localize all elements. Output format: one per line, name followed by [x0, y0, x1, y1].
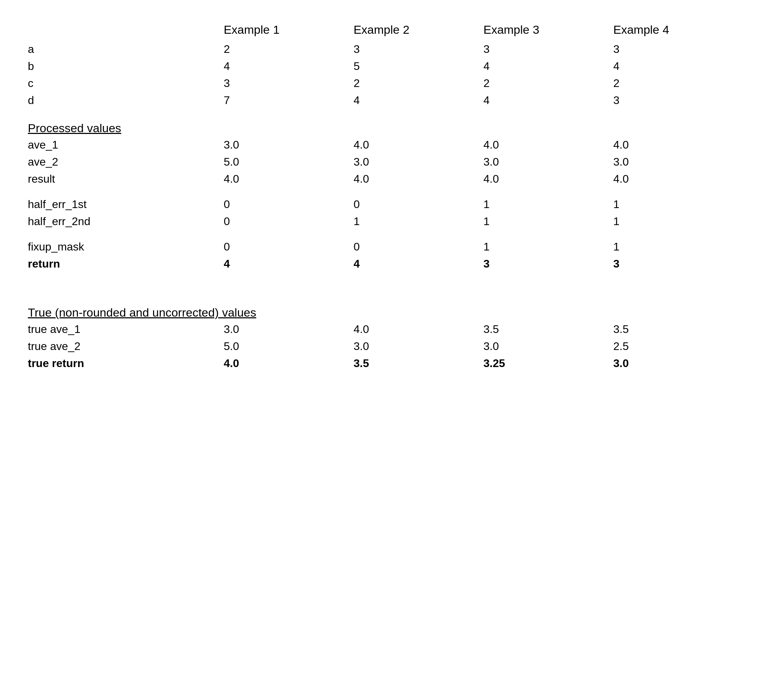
- table-row: fixup_mask 0 0 1 1: [28, 238, 736, 255]
- row-a-e4: 3: [606, 41, 736, 58]
- table-row: ave_1 3.0 4.0 4.0 4.0: [28, 136, 736, 153]
- header-empty: [28, 21, 217, 41]
- row-ave1-e2: 4.0: [346, 136, 476, 153]
- processed-section-header-row: Processed values: [28, 109, 736, 136]
- row-b-e4: 4: [606, 58, 736, 75]
- row-label-return: return: [28, 255, 217, 272]
- table-row: true ave_1 3.0 4.0 3.5 3.5: [28, 321, 736, 338]
- row-true-return-e4: 3.0: [606, 355, 736, 372]
- row-result-e1: 4.0: [217, 171, 346, 188]
- header-example2: Example 2: [346, 21, 476, 41]
- row-true-ave2-e4: 2.5: [606, 338, 736, 355]
- row-c-e2: 2: [346, 75, 476, 92]
- row-ave1-e3: 4.0: [476, 136, 606, 153]
- row-c-e1: 3: [217, 75, 346, 92]
- row-half-err-1st-e2: 0: [346, 196, 476, 213]
- row-half-err-2nd-e3: 1: [476, 213, 606, 230]
- row-label-true-return: true return: [28, 355, 217, 372]
- row-true-ave1-e1: 3.0: [217, 321, 346, 338]
- row-b-e1: 4: [217, 58, 346, 75]
- spacer-row-large: [28, 272, 736, 293]
- row-d-e3: 4: [476, 92, 606, 109]
- row-true-ave2-e1: 5.0: [217, 338, 346, 355]
- table-row: a 2 3 3 3: [28, 41, 736, 58]
- row-true-ave2-e2: 3.0: [346, 338, 476, 355]
- row-d-e1: 7: [217, 92, 346, 109]
- header-example3: Example 3: [476, 21, 606, 41]
- true-section-header-cell: True (non-rounded and uncorrected) value…: [28, 293, 736, 321]
- row-label-half-err-2nd: half_err_2nd: [28, 213, 217, 230]
- data-table: Example 1 Example 2 Example 3 Example 4 …: [28, 21, 736, 372]
- header-example1: Example 1: [217, 21, 346, 41]
- row-result-e2: 4.0: [346, 171, 476, 188]
- row-c-e4: 2: [606, 75, 736, 92]
- main-container: Example 1 Example 2 Example 3 Example 4 …: [28, 21, 736, 372]
- row-result-e4: 4.0: [606, 171, 736, 188]
- row-ave1-e4: 4.0: [606, 136, 736, 153]
- row-ave1-e1: 3.0: [217, 136, 346, 153]
- row-fixup-mask-e1: 0: [217, 238, 346, 255]
- row-label-fixup-mask: fixup_mask: [28, 238, 217, 255]
- row-label-true-ave2: true ave_2: [28, 338, 217, 355]
- row-a-e3: 3: [476, 41, 606, 58]
- row-ave2-e2: 3.0: [346, 153, 476, 171]
- row-fixup-mask-e4: 1: [606, 238, 736, 255]
- row-label-true-ave1: true ave_1: [28, 321, 217, 338]
- row-fixup-mask-e3: 1: [476, 238, 606, 255]
- row-a-e2: 3: [346, 41, 476, 58]
- row-true-return-e2: 3.5: [346, 355, 476, 372]
- true-section-header-row: True (non-rounded and uncorrected) value…: [28, 293, 736, 321]
- row-true-return-e1: 4.0: [217, 355, 346, 372]
- table-row-return: return 4 4 3 3: [28, 255, 736, 272]
- row-label-ave2: ave_2: [28, 153, 217, 171]
- row-b-e3: 4: [476, 58, 606, 75]
- table-row-true-return: true return 4.0 3.5 3.25 3.0: [28, 355, 736, 372]
- table-row: b 4 5 4 4: [28, 58, 736, 75]
- row-return-e1: 4: [217, 255, 346, 272]
- table-row: result 4.0 4.0 4.0 4.0: [28, 171, 736, 188]
- row-true-return-e3: 3.25: [476, 355, 606, 372]
- processed-section-header-cell: Processed values: [28, 109, 736, 136]
- spacer-row-2: [28, 230, 736, 238]
- row-d-e4: 3: [606, 92, 736, 109]
- table-row: half_err_2nd 0 1 1 1: [28, 213, 736, 230]
- header-row: Example 1 Example 2 Example 3 Example 4: [28, 21, 736, 41]
- row-return-e2: 4: [346, 255, 476, 272]
- row-half-err-2nd-e2: 1: [346, 213, 476, 230]
- table-row: ave_2 5.0 3.0 3.0 3.0: [28, 153, 736, 171]
- row-a-e1: 2: [217, 41, 346, 58]
- row-true-ave1-e3: 3.5: [476, 321, 606, 338]
- row-ave2-e4: 3.0: [606, 153, 736, 171]
- processed-section-title: Processed values: [28, 121, 121, 135]
- row-label-result: result: [28, 171, 217, 188]
- row-return-e3: 3: [476, 255, 606, 272]
- spacer-row-1: [28, 188, 736, 196]
- row-return-e4: 3: [606, 255, 736, 272]
- row-true-ave1-e2: 4.0: [346, 321, 476, 338]
- row-half-err-2nd-e4: 1: [606, 213, 736, 230]
- table-row: half_err_1st 0 0 1 1: [28, 196, 736, 213]
- row-d-e2: 4: [346, 92, 476, 109]
- table-row: c 3 2 2 2: [28, 75, 736, 92]
- row-label-half-err-1st: half_err_1st: [28, 196, 217, 213]
- row-label-d: d: [28, 92, 217, 109]
- row-half-err-1st-e1: 0: [217, 196, 346, 213]
- row-b-e2: 5: [346, 58, 476, 75]
- row-half-err-1st-e4: 1: [606, 196, 736, 213]
- row-c-e3: 2: [476, 75, 606, 92]
- table-row: d 7 4 4 3: [28, 92, 736, 109]
- row-half-err-2nd-e1: 0: [217, 213, 346, 230]
- row-true-ave1-e4: 3.5: [606, 321, 736, 338]
- row-label-ave1: ave_1: [28, 136, 217, 153]
- row-fixup-mask-e2: 0: [346, 238, 476, 255]
- row-label-b: b: [28, 58, 217, 75]
- row-true-ave2-e3: 3.0: [476, 338, 606, 355]
- row-ave2-e3: 3.0: [476, 153, 606, 171]
- header-example4: Example 4: [606, 21, 736, 41]
- true-section-title: True (non-rounded and uncorrected) value…: [28, 306, 256, 319]
- row-half-err-1st-e3: 1: [476, 196, 606, 213]
- row-result-e3: 4.0: [476, 171, 606, 188]
- row-label-a: a: [28, 41, 217, 58]
- row-label-c: c: [28, 75, 217, 92]
- table-row: true ave_2 5.0 3.0 3.0 2.5: [28, 338, 736, 355]
